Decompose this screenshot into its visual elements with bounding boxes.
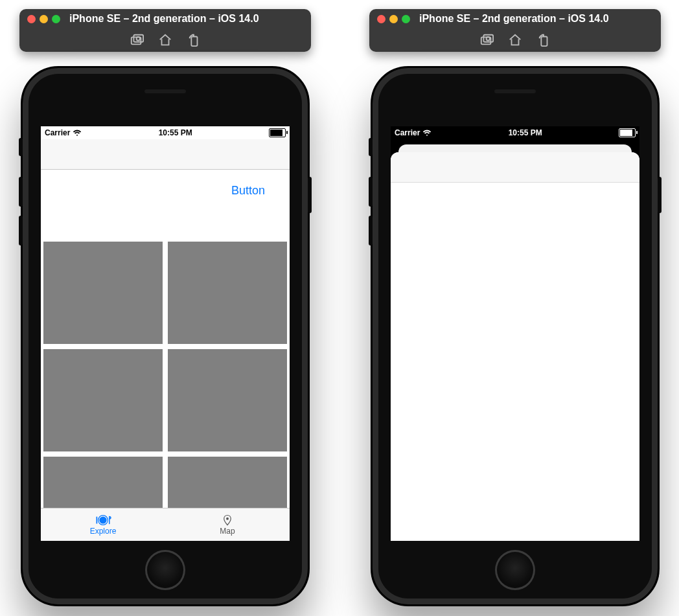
status-time: 10:55 PM	[82, 128, 269, 137]
device-volume-up[interactable]	[19, 177, 23, 207]
device-home-button[interactable]	[145, 550, 185, 590]
device-speaker	[494, 89, 536, 93]
navigation-bar	[391, 152, 639, 183]
wifi-icon	[73, 128, 82, 137]
svg-rect-11	[541, 37, 547, 47]
svg-point-10	[487, 37, 490, 41]
navigation-bar	[41, 139, 290, 170]
device-screen: Carrier 10:55 PM	[391, 126, 639, 541]
status-time: 10:55 PM	[432, 128, 619, 137]
grid-cell[interactable]	[168, 349, 287, 451]
simulator-titlebar: iPhone SE – 2nd generation – iOS 14.0	[19, 9, 311, 52]
device-power-button[interactable]	[658, 177, 662, 213]
screen-content: Button	[41, 170, 290, 509]
battery-icon	[619, 128, 636, 137]
traffic-light-zoom[interactable]	[52, 15, 60, 23]
carrier-label: Carrier	[395, 128, 420, 137]
device-mute-switch[interactable]	[19, 138, 23, 156]
device-frame: Carrier 10:55 PM	[371, 66, 660, 606]
modal-sheet[interactable]	[391, 152, 639, 541]
device-power-button[interactable]	[308, 177, 312, 213]
wifi-icon	[422, 128, 432, 137]
svg-point-2	[137, 37, 141, 41]
header-action-button[interactable]: Button	[231, 184, 265, 198]
grid-cell[interactable]	[43, 242, 163, 344]
status-bar: Carrier 10:55 PM	[391, 126, 639, 139]
grid-cell[interactable]	[43, 457, 163, 509]
tab-map[interactable]: Map	[165, 508, 290, 541]
svg-point-7	[226, 517, 229, 519]
device-screen: Carrier 10:55 PM Button	[41, 126, 290, 541]
simulator-window-left: iPhone SE – 2nd generation – iOS 14.0	[19, 9, 311, 606]
svg-point-4	[99, 516, 106, 523]
tab-label: Map	[220, 527, 235, 536]
simulator-window-right: iPhone SE – 2nd generation – iOS 14.0	[369, 9, 661, 606]
traffic-light-minimize[interactable]	[40, 15, 48, 23]
carrier-label: Carrier	[45, 128, 70, 137]
device-volume-up[interactable]	[369, 177, 373, 207]
map-pin-icon	[218, 514, 236, 526]
battery-icon	[269, 128, 286, 137]
svg-rect-3	[191, 37, 197, 47]
traffic-light-close[interactable]	[377, 15, 386, 23]
collection-grid[interactable]	[41, 204, 290, 509]
home-icon[interactable]	[508, 33, 522, 47]
tab-label: Explore	[90, 527, 117, 536]
simulator-title: iPhone SE – 2nd generation – iOS 14.0	[69, 13, 259, 25]
simulator-titlebar: iPhone SE – 2nd generation – iOS 14.0	[369, 9, 661, 52]
traffic-light-minimize[interactable]	[389, 15, 398, 23]
screenshot-icon[interactable]	[479, 33, 494, 47]
device-mute-switch[interactable]	[369, 138, 373, 156]
explore-icon	[94, 514, 112, 526]
traffic-light-zoom[interactable]	[402, 15, 410, 23]
grid-cell[interactable]	[168, 242, 287, 344]
screenshot-icon[interactable]	[130, 33, 144, 47]
device-frame: Carrier 10:55 PM Button	[21, 66, 310, 606]
device-volume-down[interactable]	[369, 216, 373, 245]
tab-explore[interactable]: Explore	[41, 508, 165, 541]
status-bar: Carrier 10:55 PM	[41, 126, 290, 139]
traffic-light-close[interactable]	[27, 15, 36, 23]
device-home-button[interactable]	[495, 550, 535, 590]
home-icon[interactable]	[158, 33, 172, 47]
device-speaker	[144, 89, 186, 93]
rotate-icon[interactable]	[536, 33, 551, 47]
device-volume-down[interactable]	[19, 216, 23, 245]
rotate-icon[interactable]	[187, 33, 201, 47]
tab-bar: Explore Map	[41, 508, 290, 541]
simulator-title: iPhone SE – 2nd generation – iOS 14.0	[419, 13, 609, 25]
grid-cell[interactable]	[168, 457, 287, 509]
grid-cell[interactable]	[43, 349, 163, 451]
svg-rect-6	[97, 516, 98, 523]
